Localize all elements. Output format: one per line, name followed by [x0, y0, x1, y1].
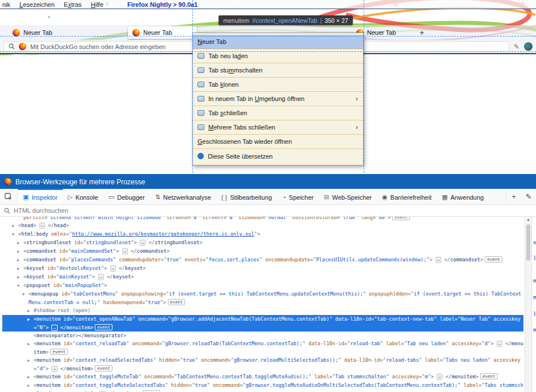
collapsed-children-badge[interactable]: … [140, 240, 146, 246]
collapsed-children-badge[interactable]: … [39, 223, 45, 229]
markup-node[interactable]: ▶<menuitem id="context_reloadSelectedTab… [2, 356, 523, 373]
context-menu-item[interactable]: Geschlossenen Tab wieder öffnen [193, 135, 363, 149]
context-menu-item[interactable]: Diese Seite übersetzen [193, 149, 363, 163]
expand-arrow-icon[interactable]: ▶ [17, 256, 23, 264]
eyedropper-icon[interactable]: ✎ [521, 189, 536, 204]
menubar-item[interactable]: Hilfe [91, 1, 103, 8]
add-node-button[interactable]: + [506, 189, 521, 204]
markup-token: =" [478, 341, 484, 346]
scrollbar[interactable]: ▲ [525, 217, 531, 392]
context-menu-item[interactable]: Tab stummschalten [193, 63, 363, 78]
collapsed-children-badge[interactable]: … [98, 274, 104, 280]
collapsed-children-badge[interactable]: … [122, 248, 128, 254]
menubar-item[interactable]: nik [2, 1, 10, 8]
extension-icon[interactable] [524, 42, 533, 51]
event-badge[interactable]: event [95, 365, 112, 371]
devtools-tab-speicher[interactable]: ◔Speicher [277, 189, 319, 204]
markup-node[interactable]: persist="screenX screenY width height si… [2, 217, 523, 221]
event-badge[interactable]: event [168, 299, 186, 305]
devtools-tab-netzwerkanalyse[interactable]: ⇅Netzwerkanalyse [150, 189, 216, 204]
collapsed-children-badge[interactable]: … [436, 257, 441, 263]
markup-token: =" [240, 382, 245, 388]
devtools-tab-stilbearbeitung[interactable]: { }Stilbearbeitung [216, 189, 277, 204]
markup-node[interactable]: ▼<html:body xmlns="http://www.mozilla.or… [2, 230, 523, 239]
expand-arrow-icon[interactable]: ▶ [27, 357, 34, 365]
tab-active[interactable]: Neuer Tab [128, 26, 197, 39]
expand-arrow-icon[interactable]: ▶ [17, 239, 23, 247]
collapsed-children-badge[interactable]: … [51, 325, 57, 331]
rules-fragment: men [533, 294, 536, 300]
menubar-item[interactable]: Lesezeichen [19, 1, 55, 8]
new-tab-button[interactable]: + [416, 27, 428, 38]
markup-node[interactable]: ▶<menuitem id="context_toggleMuteSelecte… [2, 381, 523, 392]
collapse-arrow-icon[interactable]: ▼ [17, 282, 23, 290]
expand-arrow-icon[interactable]: ▶ [17, 265, 23, 273]
context-menu-item[interactable]: Neuer Tab [193, 35, 363, 49]
collapsed-children-badge[interactable]: … [437, 374, 442, 380]
search-html-input[interactable]: HTML durchsuchen [14, 207, 68, 214]
accessibility-icon: ◉ [382, 193, 388, 201]
markup-token: =" [408, 291, 413, 297]
event-badge[interactable]: event [95, 324, 112, 330]
scroll-up-icon[interactable]: ▲ [525, 217, 531, 221]
markup-node-selected[interactable]: ▶<menuitem id="context_openANewTab" onco… [2, 315, 523, 332]
markup-node[interactable]: ▶<menuitem id="context_reloadTab" oncomm… [2, 340, 523, 356]
devtools-tab-barrierefreiheit[interactable]: ◉Barrierefreiheit [377, 189, 437, 204]
menubar-item[interactable]: Extras [64, 1, 82, 8]
markup-node[interactable]: ▶#shadow-root (open) [2, 306, 523, 315]
markup-node[interactable]: <menuseparator></menuseparator> [2, 332, 523, 340]
markup-node[interactable]: ▼<popupset id="mainPopupSet"> [2, 281, 523, 290]
markup-node[interactable]: ▶<head> … </head> [2, 221, 523, 230]
devtools-tab-konsole[interactable]: ▷Konsole [63, 189, 103, 204]
collapse-arrow-icon[interactable]: ▼ [22, 290, 29, 298]
expand-arrow-icon[interactable]: ▶ [12, 222, 18, 230]
expand-arrow-icon[interactable]: ▶ [27, 316, 34, 324]
markup-token: mainKeyset [59, 274, 89, 280]
pencil-icon[interactable]: ✎ [514, 43, 519, 51]
markup-token: =" [440, 357, 445, 363]
expand-arrow-icon[interactable]: ▶ [27, 307, 34, 315]
collapse-arrow-icon[interactable]: ▼ [12, 231, 18, 239]
markup-token: head [21, 223, 33, 228]
expand-arrow-icon[interactable]: ▶ [27, 382, 34, 390]
markup-node[interactable]: ▶<commandset id="placesCommands" command… [2, 256, 523, 264]
submenu-arrow-icon: › [356, 95, 358, 103]
context-menu-item[interactable]: In neuem Tab in Umgebung öffnen› [193, 92, 363, 106]
event-badge[interactable]: event [50, 349, 68, 355]
event-badge[interactable]: event [392, 217, 410, 220]
markup-node[interactable]: ▶<commandset id="mainCommandSet"> … </co… [2, 247, 523, 256]
expand-arrow-icon[interactable]: ▶ [17, 273, 23, 281]
event-badge[interactable]: event [480, 373, 498, 379]
url-bar-placeholder: Mit DuckDuckGo suchen oder Adresse einge… [30, 43, 166, 50]
markup-node[interactable]: ▶<keyset id="devtoolsKeyset"> … </keyset… [2, 264, 523, 273]
expand-arrow-icon[interactable]: ▶ [27, 340, 34, 348]
pick-element-button[interactable] [0, 189, 17, 204]
scrollbar-thumb[interactable] [526, 224, 530, 261]
devtools-tab-label: Barrierefreiheit [390, 194, 432, 201]
markup-token: placesCommands [71, 257, 113, 262]
collapsed-children-badge[interactable]: … [110, 265, 116, 272]
expand-arrow-icon[interactable]: ▶ [27, 373, 34, 381]
tooltip-separator: | [320, 17, 322, 24]
context-menu-item[interactable]: Tab schließen [193, 106, 363, 120]
devtools-tab-inspektor[interactable]: ▣Inspektor [18, 189, 63, 204]
context-menu-item[interactable]: Tab klonen [193, 78, 363, 92]
markup-node[interactable]: ▶<keyset id="mainKeyset"> … </keyset> [2, 273, 523, 281]
collapsed-children-badge[interactable]: … [497, 341, 502, 347]
context-menu-item[interactable]: Mehrere Tabs schließen› [193, 120, 363, 135]
expand-arrow-icon[interactable]: ▶ [17, 248, 23, 256]
devtools-tab-debugger[interactable]: ▭Debugger [103, 189, 150, 204]
inspector-node-tooltip: menuitem#context_openANewTab | 350 × 27 [219, 15, 353, 25]
markup-node[interactable]: ▶<stringbundleset id="stringbundleset"> … [2, 239, 523, 247]
markup-node[interactable]: ▶<menuitem id="context_toggleMuteTab" on… [2, 373, 523, 381]
collapsed-children-badge[interactable]: … [51, 366, 57, 372]
devtools-tab-web-speicher[interactable]: ⊟Web-Speicher [319, 189, 377, 204]
markup-node[interactable]: ▼<menupopup id="tabContextMenu" onpopups… [2, 290, 523, 306]
event-badge[interactable]: event [485, 256, 502, 262]
markup-token: TabContextMenu.contextTab.toggleMuteAudi… [177, 374, 308, 379]
markup-view[interactable]: persist="screenX screenY width height si… [0, 217, 525, 392]
tab[interactable]: Neuer Tab [8, 26, 121, 39]
devtools-tab-anwendung[interactable]: ▦Anwendung [437, 189, 489, 204]
rules-panel-sliver: ele}menmen}men [531, 217, 536, 392]
devtools-titlebar: Browser-Werkzeuge für mehrere Prozesse [0, 175, 536, 189]
